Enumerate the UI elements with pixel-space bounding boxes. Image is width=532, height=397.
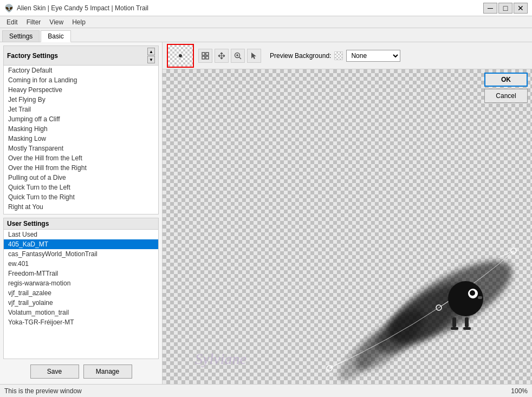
tab-basic[interactable]: Basic [41, 30, 70, 42]
zoom-tool-button[interactable] [231, 49, 245, 63]
factory-item[interactable]: Heavy Perspective [4, 85, 158, 95]
app-icon: 👽 [4, 4, 14, 12]
zoom-to-fit-button[interactable] [198, 49, 212, 63]
svg-point-11 [332, 326, 393, 384]
preview-bg-swatch [334, 51, 343, 60]
window-title: Alien Skin | Eye Candy 5 Impact | Motion… [17, 4, 483, 12]
bottom-buttons: Save Manage [3, 362, 159, 381]
title-bar: 👽 Alien Skin | Eye Candy 5 Impact | Moti… [0, 0, 532, 16]
factory-item[interactable]: Factory Default [4, 66, 158, 75]
svg-point-12 [327, 366, 332, 371]
tool-buttons [198, 49, 261, 63]
factory-item[interactable]: Quick Turn to the Right [4, 192, 158, 202]
user-settings-section: User Settings Last Used405_KaD_MTcas_Fan… [3, 218, 159, 359]
user-item[interactable]: Freedom-MTTrail [4, 269, 158, 278]
select-tool-button[interactable] [247, 49, 261, 63]
factory-item[interactable]: Jumping off a Cliff [4, 114, 158, 124]
manage-button[interactable]: Manage [83, 365, 132, 379]
maximize-button[interactable]: □ [498, 3, 512, 14]
cancel-button[interactable]: Cancel [484, 89, 528, 103]
svg-rect-3 [206, 56, 209, 59]
user-item[interactable]: cas_FantasyWorld_MotionTrail [4, 249, 158, 259]
user-settings-list[interactable]: Last Used405_KaD_MTcas_FantasyWorld_Moti… [4, 230, 158, 359]
character [448, 281, 483, 330]
factory-item[interactable]: Quick Turn to the Left [4, 183, 158, 192]
watermark: Sylviane [195, 350, 246, 368]
tab-settings[interactable]: Settings [2, 30, 40, 42]
tabs-bar: Settings Basic [0, 28, 532, 42]
menu-edit[interactable]: Edit [2, 17, 22, 27]
user-item[interactable]: vjf_trail_azalee [4, 288, 158, 298]
user-settings-header: User Settings [4, 218, 158, 230]
menu-view[interactable]: View [45, 17, 68, 27]
preview-bg-label: Preview Background: [270, 52, 331, 60]
user-item[interactable]: ew.401 [4, 259, 158, 269]
factory-item[interactable]: Masking Low [4, 134, 158, 144]
thumbnail[interactable] [167, 44, 194, 68]
user-item[interactable]: Last Used [4, 230, 158, 239]
svg-rect-2 [202, 56, 205, 59]
factory-settings-header: Factory Settings ▲ ▼ [4, 46, 158, 66]
status-message: This is the preview window [4, 387, 82, 395]
svg-rect-0 [202, 53, 205, 55]
thumbnail-dot [179, 54, 182, 57]
factory-item[interactable]: Jet Trail [4, 105, 158, 114]
motion-trail-svg [163, 69, 532, 384]
user-item[interactable]: 405_KaD_MT [4, 239, 158, 249]
factory-item[interactable]: Pulling out of a Dive [4, 173, 158, 183]
menu-filter[interactable]: Filter [22, 17, 46, 27]
svg-point-13 [436, 305, 442, 310]
svg-line-5 [239, 57, 242, 59]
preview-area[interactable]: Sylviane [163, 69, 532, 384]
factory-item[interactable]: Masking High [4, 124, 158, 134]
scroll-down-factory[interactable]: ▼ [147, 56, 155, 63]
main-area: Factory Settings ▲ ▼ Factory DefaultComi… [0, 42, 532, 384]
right-action-buttons: OK Cancel [484, 73, 528, 103]
user-item[interactable]: Yoka-TGR-Fréijoer-MT [4, 317, 158, 327]
factory-settings-list[interactable]: Factory DefaultComing in for a LandingHe… [4, 66, 158, 214]
factory-item[interactable]: Coming in for a Landing [4, 75, 158, 85]
factory-item[interactable]: Mostly Transparent [4, 144, 158, 153]
svg-line-17 [498, 251, 514, 258]
right-panel: Preview Background: None Black White Gra… [163, 42, 532, 384]
zoom-level: 100% [511, 387, 528, 395]
svg-rect-1 [206, 53, 209, 55]
preview-bg-select[interactable]: None Black White Gray [346, 50, 400, 62]
svg-point-14 [511, 248, 516, 253]
close-button[interactable]: ✕ [514, 3, 528, 14]
factory-item[interactable]: Right at You [4, 202, 158, 212]
preview-toolbar: Preview Background: None Black White Gra… [163, 42, 532, 69]
scroll-up-factory[interactable]: ▲ [147, 48, 155, 55]
factory-item[interactable]: Jet Flying By [4, 95, 158, 105]
user-item[interactable]: regis-warwara-motion [4, 278, 158, 288]
factory-item[interactable]: Over the Hill from the Right [4, 163, 158, 173]
menu-help[interactable]: Help [68, 17, 90, 27]
minimize-button[interactable]: ─ [483, 3, 497, 14]
pan-tool-button[interactable] [215, 49, 229, 63]
factory-item[interactable]: Over the Hill from the Left [4, 153, 158, 163]
save-button[interactable]: Save [30, 365, 79, 379]
menu-bar: Edit Filter View Help [0, 16, 532, 28]
svg-line-15 [329, 359, 347, 368]
status-bar: This is the preview window 100% [0, 384, 532, 397]
preview-bg-row: Preview Background: None Black White Gra… [270, 50, 400, 62]
user-item[interactable]: Volatum_motion_trail [4, 308, 158, 317]
user-item[interactable]: vjf_trail_yolaine [4, 298, 158, 308]
svg-point-10 [347, 301, 433, 380]
factory-settings-section: Factory Settings ▲ ▼ Factory DefaultComi… [3, 45, 159, 214]
ok-button[interactable]: OK [484, 73, 528, 87]
left-panel: Factory Settings ▲ ▼ Factory DefaultComi… [0, 42, 163, 384]
